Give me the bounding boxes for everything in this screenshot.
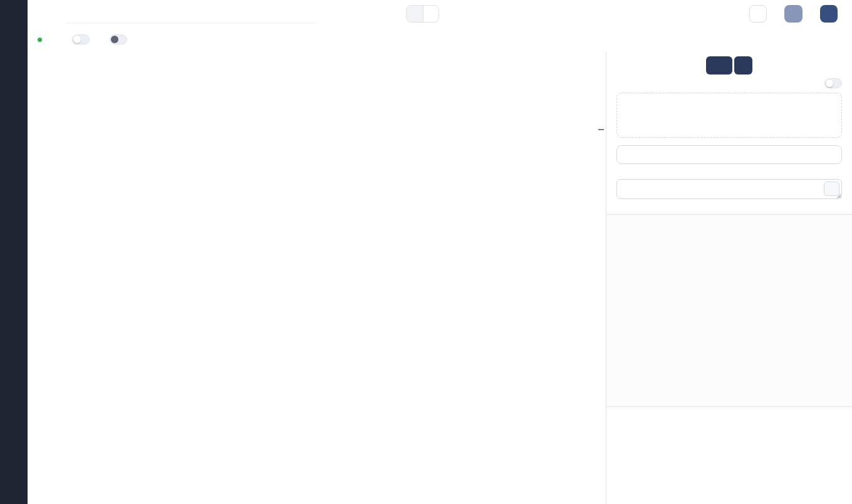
file-dropzone[interactable] <box>616 93 842 138</box>
name-input-wrap <box>616 179 842 199</box>
name-input[interactable] <box>617 180 841 198</box>
draft-button[interactable] <box>784 5 803 23</box>
sync-status-dot <box>38 38 42 42</box>
app-window <box>0 0 852 504</box>
edit-path-button[interactable] <box>407 6 423 22</box>
pencil-icon[interactable] <box>306 9 315 18</box>
result-area <box>606 407 852 504</box>
code-editor[interactable] <box>28 51 606 504</box>
run-panel-toolbar <box>606 56 852 75</box>
choose-object-button[interactable] <box>616 145 842 164</box>
toggle-1[interactable] <box>72 34 90 44</box>
resize-handle[interactable] <box>836 193 841 198</box>
deploy-button[interactable] <box>820 5 838 23</box>
raw-s3-toggle[interactable] <box>824 78 842 88</box>
required-note <box>616 167 842 175</box>
path-value[interactable] <box>423 6 439 22</box>
header-actions <box>749 5 852 23</box>
windmill-logo-icon[interactable] <box>0 0 28 28</box>
duckdb-language-icon <box>40 6 55 21</box>
sidebar <box>0 0 28 504</box>
editor-scrollbar[interactable] <box>597 51 606 504</box>
run-panel <box>606 51 852 504</box>
test-button[interactable] <box>706 56 732 75</box>
cursor-position-marker <box>598 129 604 130</box>
test-button-group <box>706 56 752 75</box>
columns-icon[interactable] <box>616 61 626 71</box>
path-control <box>406 5 439 23</box>
editor-toolbar <box>28 28 852 51</box>
top-header <box>28 0 852 28</box>
arguments-form <box>606 75 852 199</box>
logs-area <box>606 215 852 407</box>
script-title-field[interactable] <box>65 4 318 23</box>
content-area <box>28 51 852 504</box>
expand-test-button[interactable] <box>734 56 752 75</box>
settings-button[interactable] <box>749 5 767 23</box>
toggle-2[interactable] <box>110 34 127 44</box>
main-area <box>28 0 852 504</box>
raw-s3-toggle-row <box>616 78 842 88</box>
